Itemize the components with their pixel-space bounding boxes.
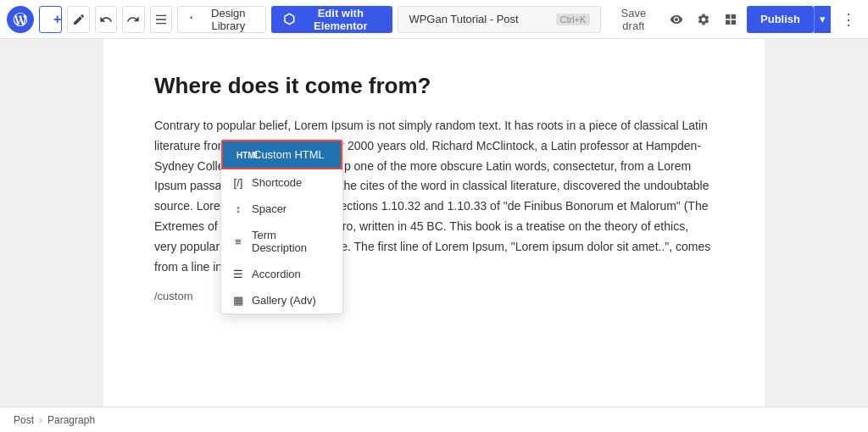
dropdown-item-shortcode[interactable]: [/] Shortcode: [221, 169, 342, 196]
edit-elementor-button[interactable]: ⬡ Edit with Elementor: [271, 6, 392, 33]
accordion-icon: ☰: [231, 268, 245, 280]
custom-html-label: Custom HTML: [253, 148, 325, 161]
redo-button[interactable]: [122, 6, 144, 33]
preview-button[interactable]: [665, 6, 687, 33]
dropdown-item-gallery[interactable]: ▦ Gallery (Adv): [221, 287, 342, 313]
pen-tool-button[interactable]: [67, 6, 89, 33]
dropdown-item-custom-html[interactable]: HTML Custom HTML: [221, 140, 342, 169]
dropdown-item-accordion[interactable]: ☰ Accordion: [221, 261, 342, 287]
list-view-button[interactable]: [150, 6, 172, 33]
publish-button[interactable]: Publish: [747, 6, 814, 33]
shortcode-icon: [/]: [231, 176, 245, 189]
dropdown-item-term-description[interactable]: ≡ Term Description: [221, 222, 342, 261]
term-description-icon: ≡: [231, 235, 245, 248]
accordion-label: Accordion: [252, 268, 301, 280]
breadcrumb-bar: Post › Paragraph: [0, 407, 868, 432]
post-heading: Where does it come from?: [154, 73, 714, 99]
more-options-button[interactable]: ⋮: [836, 10, 861, 29]
design-library-button[interactable]: Design Library: [177, 6, 266, 33]
spacer-label: Spacer: [252, 202, 287, 215]
breadcrumb-paragraph: Paragraph: [47, 414, 95, 426]
keyboard-shortcut: Ctrl+K: [556, 14, 591, 25]
shortcode-label: Shortcode: [252, 176, 302, 189]
editor-content: Where does it come from? Contrary to pop…: [103, 39, 765, 407]
elementor-icon: ⬡: [283, 11, 295, 27]
add-block-button[interactable]: +: [39, 6, 62, 33]
gallery-label: Gallery (Adv): [252, 294, 316, 307]
dropdown-item-spacer[interactable]: ↕ Spacer: [221, 196, 342, 222]
save-draft-button[interactable]: Save draft: [606, 7, 660, 32]
publish-dropdown-button[interactable]: ▾: [814, 6, 831, 33]
topbar-right: Save draft Publish ▾ ⋮: [606, 6, 861, 33]
post-title-bar[interactable]: WPGan Tutorial - Post Ctrl+K: [398, 6, 601, 33]
breadcrumb-post: Post: [14, 414, 34, 426]
topbar: + Design Library ⬡ Edit with Elementor W…: [0, 0, 868, 39]
custom-html-icon: HTML: [233, 148, 247, 161]
spacer-icon: ↕: [231, 202, 245, 215]
term-description-label: Term Description: [252, 229, 332, 254]
breadcrumb-separator: ›: [39, 414, 42, 426]
wp-logo[interactable]: [7, 6, 34, 33]
settings-button[interactable]: [693, 6, 715, 33]
editor-main: Where does it come from? Contrary to pop…: [0, 39, 868, 407]
post-title: WPGan Tutorial - Post: [409, 13, 518, 25]
undo-button[interactable]: [95, 6, 117, 33]
topbar-center: WPGan Tutorial - Post Ctrl+K: [398, 6, 601, 33]
gallery-icon: ▦: [231, 294, 245, 307]
layout-button[interactable]: [720, 6, 742, 33]
block-type-dropdown: HTML Custom HTML [/] Shortcode ↕ Spacer …: [220, 139, 343, 314]
